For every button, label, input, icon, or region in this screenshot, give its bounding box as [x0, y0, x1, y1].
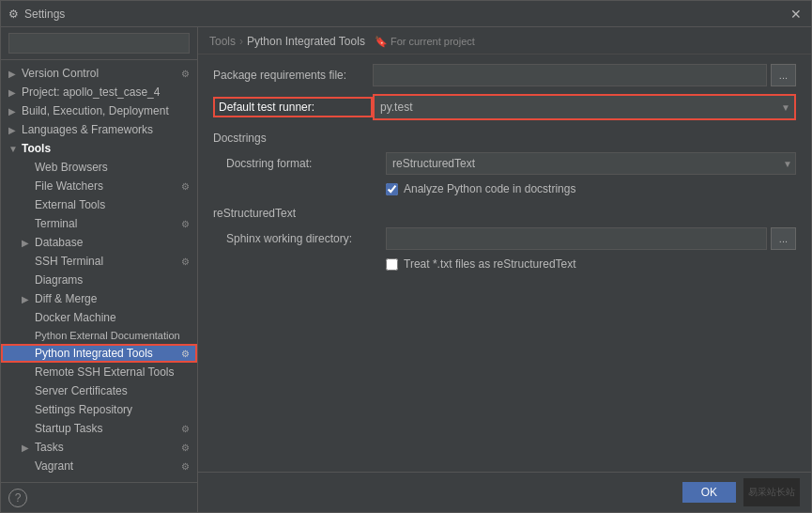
help-button[interactable]: ?: [8, 489, 27, 507]
ok-button[interactable]: OK: [682, 482, 736, 503]
docstring-format-select-wrap: reStructuredText Epytext Google NumPy Pl…: [386, 152, 796, 175]
search-box: [1, 27, 197, 60]
treat-txt-checkbox[interactable]: [386, 258, 398, 271]
restructured-section-title: reStructuredText: [213, 207, 796, 220]
package-req-browse-button[interactable]: ...: [771, 64, 796, 86]
sidebar-item-vagrant[interactable]: Vagrant ⚙: [1, 457, 197, 475]
title-bar: ⚙ Settings ✕: [1, 1, 811, 27]
package-req-row: Package requirements file: ...: [213, 64, 796, 86]
analyze-python-label: Analyze Python code in docstrings: [404, 182, 575, 195]
sidebar-item-python-integrated-tools[interactable]: Python Integrated Tools ⚙: [1, 344, 197, 363]
sidebar-item-build[interactable]: ▶ Build, Execution, Deployment: [1, 101, 197, 120]
sidebar-list: ▶ Version Control ⚙ ▶ Project: apollo_te…: [1, 60, 197, 482]
default-runner-label: Default test runner:: [213, 97, 373, 117]
treat-txt-row: Treat *.txt files as reStructuredText: [386, 257, 796, 271]
title-bar-left: ⚙ Settings: [8, 8, 65, 21]
sidebar-item-server-certificates[interactable]: Server Certificates: [1, 381, 197, 400]
breadcrumb-current: Python Integrated Tools: [247, 35, 365, 48]
settings-content: Package requirements file: ... Default t…: [198, 54, 811, 472]
arrow-icon: ▶: [22, 238, 35, 248]
package-req-input-wrap: ...: [373, 64, 796, 86]
sphinx-dir-row: Sphinx working directory: ...: [213, 227, 796, 250]
sphinx-dir-browse-button[interactable]: ...: [771, 227, 796, 250]
sidebar-item-terminal[interactable]: Terminal ⚙: [1, 214, 197, 233]
breadcrumb-badge: 🔖 For current project: [375, 36, 475, 48]
sidebar-item-remote-ssh[interactable]: Remote SSH External Tools: [1, 363, 197, 381]
sidebar-item-tasks[interactable]: ▶ Tasks ⚙: [1, 438, 197, 457]
title-text: Settings: [24, 8, 65, 21]
package-req-input[interactable]: [373, 64, 767, 86]
sidebar-item-ssh-terminal[interactable]: SSH Terminal ⚙: [1, 252, 197, 271]
default-runner-select-wrap: py.test Unittests Nosetests Twisted Tria…: [373, 94, 796, 120]
sphinx-dir-input-wrap: ...: [386, 227, 796, 250]
main-panel: Tools › Python Integrated Tools 🔖 For cu…: [198, 27, 811, 512]
docstring-format-row: Docstring format: reStructuredText Epyte…: [213, 152, 796, 175]
docstring-format-select[interactable]: reStructuredText Epytext Google NumPy Pl…: [386, 152, 796, 175]
arrow-icon: ▶: [8, 125, 22, 135]
sphinx-dir-input[interactable]: [386, 227, 767, 250]
arrow-icon: ▶: [22, 294, 35, 304]
sidebar-item-startup-tasks[interactable]: Startup Tasks ⚙: [1, 419, 197, 438]
sidebar-item-diagrams[interactable]: Diagrams: [1, 271, 197, 289]
breadcrumb: Tools › Python Integrated Tools 🔖 For cu…: [198, 27, 811, 54]
arrow-icon: ▶: [8, 69, 22, 79]
settings-window: ⚙ Settings ✕ ▶ Version Control ⚙ ▶ Proje…: [0, 0, 812, 513]
settings-icon: ⚙: [8, 8, 19, 21]
arrow-icon: ▶: [8, 482, 22, 483]
sidebar-item-project[interactable]: ▶ Project: apollo_test_case_4: [1, 83, 197, 101]
breadcrumb-tools: Tools: [209, 35, 236, 48]
arrow-icon: ▶: [22, 443, 35, 453]
arrow-icon: ▼: [8, 144, 22, 154]
sidebar-item-docker-machine[interactable]: Docker Machine: [1, 308, 197, 327]
arrow-icon: ▶: [8, 106, 22, 117]
sidebar-item-languages[interactable]: ▶ Languages & Frameworks: [1, 120, 197, 139]
sidebar-item-file-watchers[interactable]: File Watchers ⚙: [1, 177, 197, 195]
docstrings-section-title: Docstrings: [213, 132, 796, 145]
sidebar-item-web-browsers[interactable]: Web Browsers: [1, 158, 197, 177]
sidebar-item-version-control[interactable]: ▶ Version Control ⚙: [1, 64, 197, 83]
main-content: ▶ Version Control ⚙ ▶ Project: apollo_te…: [1, 27, 811, 512]
sidebar-item-database[interactable]: ▶ Database: [1, 233, 197, 252]
sphinx-dir-label: Sphinx working directory:: [226, 232, 386, 245]
analyze-python-checkbox[interactable]: [386, 183, 398, 195]
close-button[interactable]: ✕: [790, 8, 804, 21]
bottom-bar: ?: [1, 482, 197, 512]
sidebar-item-settings-repository[interactable]: Settings Repository: [1, 400, 197, 419]
arrow-icon: ▶: [8, 87, 22, 98]
sidebar-item-external-tools[interactable]: External Tools: [1, 195, 197, 214]
sidebar-item-diff-merge[interactable]: ▶ Diff & Merge: [1, 289, 197, 308]
breadcrumb-separator: ›: [239, 35, 243, 48]
analyze-python-row: Analyze Python code in docstrings: [386, 182, 796, 195]
package-req-label: Package requirements file:: [213, 69, 373, 82]
docstring-format-label: Docstring format:: [226, 157, 386, 170]
default-runner-select[interactable]: py.test Unittests Nosetests Twisted Tria…: [375, 96, 794, 118]
panel-footer: OK 易采站长站: [198, 472, 811, 512]
search-input[interactable]: [8, 33, 190, 54]
sidebar-item-tools[interactable]: ▼ Tools: [1, 139, 197, 158]
sidebar: ▶ Version Control ⚙ ▶ Project: apollo_te…: [1, 27, 198, 512]
watermark: 易采站长站: [743, 478, 800, 506]
default-runner-row: Default test runner: py.test Unittests N…: [213, 94, 796, 120]
treat-txt-label: Treat *.txt files as reStructuredText: [404, 257, 576, 271]
sidebar-item-python-external-doc[interactable]: Python External Documentation: [1, 327, 197, 344]
sidebar-item-other-settings[interactable]: ▶ Other Settings: [1, 477, 197, 482]
